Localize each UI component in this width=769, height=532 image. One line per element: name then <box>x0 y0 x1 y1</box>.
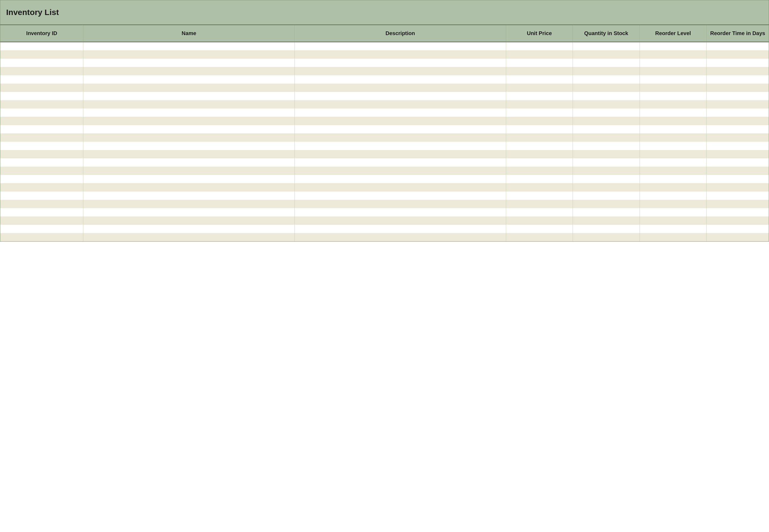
cell-unit_price[interactable] <box>506 208 573 216</box>
cell-inventory_id[interactable] <box>0 175 83 183</box>
cell-reorder_time_in_days[interactable] <box>707 233 769 241</box>
cell-reorder_time_in_days[interactable] <box>707 100 769 108</box>
cell-reorder_time_in_days[interactable] <box>707 50 769 59</box>
cell-description[interactable] <box>294 92 506 100</box>
cell-name[interactable] <box>83 50 295 59</box>
cell-name[interactable] <box>83 92 295 100</box>
cell-reorder_time_in_days[interactable] <box>707 208 769 216</box>
cell-reorder_level[interactable] <box>640 75 707 84</box>
cell-reorder_level[interactable] <box>640 183 707 192</box>
cell-unit_price[interactable] <box>506 225 573 233</box>
cell-reorder_level[interactable] <box>640 192 707 200</box>
cell-reorder_level[interactable] <box>640 100 707 108</box>
cell-reorder_time_in_days[interactable] <box>707 59 769 67</box>
cell-unit_price[interactable] <box>506 50 573 59</box>
cell-description[interactable] <box>294 50 506 59</box>
cell-unit_price[interactable] <box>506 84 573 92</box>
cell-unit_price[interactable] <box>506 117 573 125</box>
cell-inventory_id[interactable] <box>0 200 83 208</box>
cell-unit_price[interactable] <box>506 59 573 67</box>
cell-unit_price[interactable] <box>506 75 573 84</box>
cell-inventory_id[interactable] <box>0 225 83 233</box>
cell-reorder_time_in_days[interactable] <box>707 125 769 133</box>
col-header-quantity-in-stock[interactable]: Quantity in Stock <box>573 25 640 42</box>
cell-reorder_time_in_days[interactable] <box>707 117 769 125</box>
cell-inventory_id[interactable] <box>0 216 83 225</box>
cell-description[interactable] <box>294 233 506 241</box>
cell-name[interactable] <box>83 183 295 192</box>
cell-name[interactable] <box>83 142 295 150</box>
cell-unit_price[interactable] <box>506 192 573 200</box>
cell-reorder_level[interactable] <box>640 59 707 67</box>
cell-quantity_in_stock[interactable] <box>573 42 640 50</box>
cell-reorder_level[interactable] <box>640 133 707 142</box>
cell-inventory_id[interactable] <box>0 208 83 216</box>
cell-inventory_id[interactable] <box>0 142 83 150</box>
cell-quantity_in_stock[interactable] <box>573 225 640 233</box>
cell-quantity_in_stock[interactable] <box>573 84 640 92</box>
cell-name[interactable] <box>83 216 295 225</box>
cell-reorder_time_in_days[interactable] <box>707 183 769 192</box>
cell-reorder_level[interactable] <box>640 225 707 233</box>
cell-reorder_level[interactable] <box>640 200 707 208</box>
cell-description[interactable] <box>294 125 506 133</box>
cell-description[interactable] <box>294 175 506 183</box>
cell-description[interactable] <box>294 183 506 192</box>
cell-description[interactable] <box>294 75 506 84</box>
cell-reorder_level[interactable] <box>640 92 707 100</box>
cell-reorder_level[interactable] <box>640 50 707 59</box>
cell-quantity_in_stock[interactable] <box>573 233 640 241</box>
cell-quantity_in_stock[interactable] <box>573 67 640 75</box>
cell-description[interactable] <box>294 59 506 67</box>
cell-reorder_time_in_days[interactable] <box>707 42 769 50</box>
cell-quantity_in_stock[interactable] <box>573 50 640 59</box>
cell-description[interactable] <box>294 167 506 175</box>
cell-reorder_time_in_days[interactable] <box>707 67 769 75</box>
col-header-reorder-time-in-days[interactable]: Reorder Time in Days <box>707 25 769 42</box>
cell-reorder_time_in_days[interactable] <box>707 92 769 100</box>
cell-reorder_level[interactable] <box>640 108 707 117</box>
col-header-description[interactable]: Description <box>294 25 506 42</box>
cell-inventory_id[interactable] <box>0 100 83 108</box>
cell-description[interactable] <box>294 158 506 167</box>
cell-inventory_id[interactable] <box>0 42 83 50</box>
cell-inventory_id[interactable] <box>0 50 83 59</box>
cell-quantity_in_stock[interactable] <box>573 208 640 216</box>
cell-reorder_time_in_days[interactable] <box>707 108 769 117</box>
cell-name[interactable] <box>83 150 295 158</box>
cell-unit_price[interactable] <box>506 216 573 225</box>
cell-unit_price[interactable] <box>506 108 573 117</box>
cell-unit_price[interactable] <box>506 158 573 167</box>
cell-unit_price[interactable] <box>506 183 573 192</box>
cell-name[interactable] <box>83 125 295 133</box>
col-header-reorder-level[interactable]: Reorder Level <box>640 25 707 42</box>
cell-inventory_id[interactable] <box>0 167 83 175</box>
cell-unit_price[interactable] <box>506 92 573 100</box>
cell-name[interactable] <box>83 225 295 233</box>
cell-reorder_time_in_days[interactable] <box>707 75 769 84</box>
cell-quantity_in_stock[interactable] <box>573 150 640 158</box>
cell-reorder_level[interactable] <box>640 208 707 216</box>
cell-description[interactable] <box>294 192 506 200</box>
cell-reorder_level[interactable] <box>640 233 707 241</box>
cell-quantity_in_stock[interactable] <box>573 192 640 200</box>
cell-name[interactable] <box>83 192 295 200</box>
cell-quantity_in_stock[interactable] <box>573 133 640 142</box>
cell-description[interactable] <box>294 216 506 225</box>
cell-inventory_id[interactable] <box>0 84 83 92</box>
cell-unit_price[interactable] <box>506 150 573 158</box>
cell-reorder_level[interactable] <box>640 216 707 225</box>
cell-name[interactable] <box>83 208 295 216</box>
cell-inventory_id[interactable] <box>0 233 83 241</box>
cell-reorder_time_in_days[interactable] <box>707 167 769 175</box>
cell-reorder_level[interactable] <box>640 67 707 75</box>
cell-name[interactable] <box>83 200 295 208</box>
cell-reorder_time_in_days[interactable] <box>707 225 769 233</box>
cell-reorder_level[interactable] <box>640 142 707 150</box>
cell-inventory_id[interactable] <box>0 92 83 100</box>
cell-name[interactable] <box>83 84 295 92</box>
cell-description[interactable] <box>294 225 506 233</box>
cell-reorder_time_in_days[interactable] <box>707 133 769 142</box>
cell-quantity_in_stock[interactable] <box>573 117 640 125</box>
col-header-inventory-id[interactable]: Inventory ID <box>0 25 83 42</box>
